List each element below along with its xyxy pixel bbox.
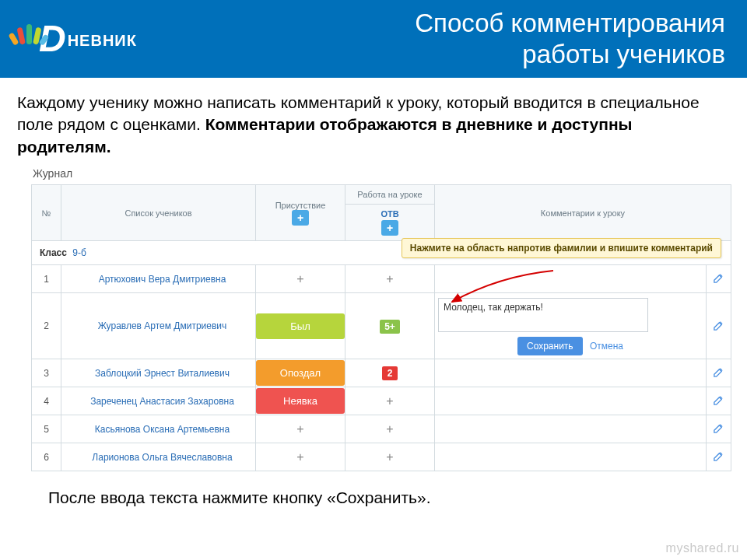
student-link[interactable]: Артюхович Вера Дмитриевна xyxy=(99,274,226,285)
attendance-add-button[interactable]: + xyxy=(292,210,309,226)
footer-note: После ввода текста нажмите кнопку «Сохра… xyxy=(0,471,747,507)
student-link[interactable]: Касьянова Оксана Артемьевна xyxy=(95,424,230,435)
work-cell[interactable]: 2 xyxy=(345,359,435,387)
col-comments: Комментарии к уроку xyxy=(435,185,731,241)
class-value: 9-б xyxy=(72,247,86,258)
table-row: 2 Журавлев Артем Дмитриевич Был 5+ Сохра… xyxy=(32,293,731,359)
comment-cell[interactable] xyxy=(435,359,707,387)
grade-badge: 5+ xyxy=(380,320,400,334)
work-add-button[interactable]: + xyxy=(381,220,398,236)
comment-cell[interactable] xyxy=(435,265,707,293)
slide-title: Способ комментирования работы учеников xyxy=(415,8,747,69)
student-link[interactable]: Заблоцкий Эрнест Виталиевич xyxy=(95,368,230,379)
col-students: Список учеников xyxy=(61,185,256,241)
comment-input[interactable] xyxy=(438,298,648,332)
class-label: Класс xyxy=(40,247,67,258)
hint-tooltip: Нажмите на область напротив фамилии и вп… xyxy=(402,238,721,258)
save-button[interactable]: Сохранить xyxy=(517,337,583,355)
row-num: 3 xyxy=(32,359,61,387)
col-attendance-label: Присутствие xyxy=(275,201,326,210)
watermark: myshared.ru xyxy=(666,541,739,555)
work-cell[interactable]: + xyxy=(345,265,435,293)
journal-label: Журнал xyxy=(0,164,747,184)
logo-text: НЕВНИК xyxy=(68,32,137,50)
pencil-icon xyxy=(713,272,724,284)
edit-cell[interactable] xyxy=(707,387,731,415)
slide-header: D НЕВНИК Способ комментирования работы у… xyxy=(0,0,747,78)
comment-cell[interactable] xyxy=(435,387,707,415)
table-row: 6 Ларионова Ольга Вячеславовна + + xyxy=(32,443,731,471)
logo-hand-icon xyxy=(14,12,44,44)
plus-mark: + xyxy=(296,450,303,464)
col-attendance: Присутствие + xyxy=(256,185,345,241)
student-link[interactable]: Зареченец Анастасия Захаровна xyxy=(90,396,234,407)
table-row: 3 Заблоцкий Эрнест Виталиевич Опоздал 2 xyxy=(32,359,731,387)
work-cell[interactable]: + xyxy=(345,415,435,443)
student-link[interactable]: Журавлев Артем Дмитриевич xyxy=(98,320,227,331)
edit-cell[interactable] xyxy=(707,443,731,471)
comment-cell[interactable] xyxy=(435,443,707,471)
logo: D НЕВНИК xyxy=(0,20,137,58)
pencil-icon xyxy=(713,394,724,406)
class-row: Класс 9-б Нажмите на область напротив фа… xyxy=(32,241,731,265)
attendance-badge: Опоздал xyxy=(256,360,345,386)
pencil-icon xyxy=(713,320,724,331)
slide-title-line1: Способ комментирования xyxy=(415,9,725,37)
attendance-cell[interactable]: Опоздал xyxy=(256,359,345,387)
pencil-icon xyxy=(713,422,724,434)
work-cell[interactable]: 5+ xyxy=(345,293,435,359)
plus-mark: + xyxy=(386,450,393,464)
edit-cell[interactable] xyxy=(707,359,731,387)
work-cell[interactable]: + xyxy=(345,387,435,415)
row-num: 1 xyxy=(32,265,61,293)
cancel-button[interactable]: Отмена xyxy=(590,341,623,352)
grade-badge: 2 xyxy=(382,366,398,380)
edit-cell[interactable] xyxy=(707,415,731,443)
journal-grid: № Список учеников Присутствие + Работа н… xyxy=(0,184,747,471)
edit-cell[interactable] xyxy=(707,293,731,359)
table-row: 5 Касьянова Оксана Артемьевна + + xyxy=(32,415,731,443)
row-num: 4 xyxy=(32,387,61,415)
attendance-badge: Неявка xyxy=(256,388,345,414)
plus-mark: + xyxy=(386,272,393,285)
row-num: 5 xyxy=(32,415,61,443)
work-cell[interactable]: + xyxy=(345,443,435,471)
table-row: 1 Артюхович Вера Дмитриевна + + xyxy=(32,265,731,293)
plus-mark: + xyxy=(296,422,303,436)
col-no: № xyxy=(32,185,61,241)
pencil-icon xyxy=(713,366,724,378)
attendance-badge: Был xyxy=(256,313,345,339)
plus-mark: + xyxy=(386,422,393,436)
col-work-sub: ОТВ + xyxy=(345,205,435,241)
intro-text: Каждому ученику можно написать комментар… xyxy=(0,78,747,164)
student-link[interactable]: Ларионова Ольга Вячеславовна xyxy=(92,452,232,463)
table-row: 4 Зареченец Анастасия Захаровна Неявка + xyxy=(32,387,731,415)
attendance-cell[interactable]: + xyxy=(256,443,345,471)
comment-cell[interactable] xyxy=(435,415,707,443)
row-num: 6 xyxy=(32,443,61,471)
comment-cell[interactable]: Сохранить Отмена xyxy=(435,293,707,359)
attendance-cell[interactable]: + xyxy=(256,265,345,293)
slide-title-line2: работы учеников xyxy=(522,40,725,68)
attendance-cell[interactable]: + xyxy=(256,415,345,443)
attendance-cell[interactable]: Неявка xyxy=(256,387,345,415)
edit-cell[interactable] xyxy=(707,265,731,293)
plus-mark: + xyxy=(386,394,393,408)
col-work-sub-label: ОТВ xyxy=(349,209,431,219)
pencil-icon xyxy=(713,450,724,462)
attendance-cell[interactable]: Был xyxy=(256,293,345,359)
plus-mark: + xyxy=(296,272,303,285)
row-num: 2 xyxy=(32,293,61,359)
col-work-group: Работа на уроке xyxy=(345,185,435,205)
